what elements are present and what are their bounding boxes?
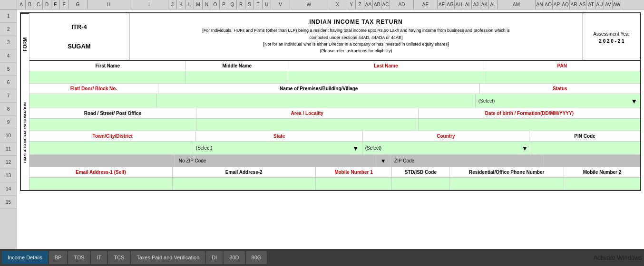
state-dropdown-arrow: ▼	[352, 144, 359, 152]
tab-taxes-paid[interactable]: Taxes Paid and Verification	[131, 251, 205, 264]
no-zip-dropdown-btn[interactable]: ▼	[376, 155, 390, 167]
country-select[interactable]: (Select) ▼	[362, 142, 532, 154]
form-title: INDIAN INCOME TAX RETURN	[134, 19, 578, 25]
col-header-J: J	[168, 0, 177, 9]
col-header-A: A	[17, 0, 26, 9]
tab-income-details[interactable]: Income Details	[2, 251, 48, 264]
middle-name-label: Middle Name	[186, 61, 288, 71]
last-name-label: Last Name	[288, 61, 484, 71]
premises-input[interactable]	[157, 94, 475, 108]
tab-tcs[interactable]: TCS	[108, 251, 130, 264]
tab-tds[interactable]: TDS	[68, 251, 90, 264]
col-header-AA: AA	[364, 0, 373, 9]
row-num-7: 7	[0, 89, 17, 103]
email1-input[interactable]	[29, 178, 173, 190]
col-header-AQ: AQ	[561, 0, 570, 9]
col-header-AG: AG	[446, 0, 455, 9]
col-header-AH: AH	[455, 0, 463, 9]
col-header-AB: AB	[373, 0, 381, 9]
zip-code-input[interactable]	[544, 155, 640, 167]
road-label: Road / Street/ Post Office	[29, 108, 196, 118]
row-num-12: 12	[0, 156, 17, 169]
row-num-9: 9	[0, 116, 17, 129]
first-name-input[interactable]	[29, 71, 186, 83]
row-num-10: 10	[0, 129, 17, 142]
col-header-T: T	[254, 0, 263, 9]
row-num-14: 14	[0, 182, 17, 196]
form-desc-4: (Please refer instructions for eligibili…	[134, 48, 578, 54]
pan-input[interactable]	[484, 71, 640, 83]
col-header-R: R	[237, 0, 245, 9]
area-label: Area / Locality	[196, 108, 419, 118]
status-dropdown-arrow: ▼	[631, 97, 637, 105]
row-num-8: 8	[0, 103, 17, 116]
tab-bar: Income DetailsBPTDSITTCSTaxes Paid and V…	[0, 249, 644, 266]
no-zip-arrow: ▼	[381, 158, 386, 164]
tab-bp[interactable]: BP	[49, 251, 68, 264]
col-header-D: D	[43, 0, 51, 9]
residential-label: Residential/Office Phone Number	[449, 167, 564, 177]
flat-door-input[interactable]	[29, 94, 157, 108]
country-dropdown-arrow: ▼	[522, 144, 528, 152]
tab-80g[interactable]: 80G	[246, 251, 267, 264]
tab-it[interactable]: IT	[91, 251, 107, 264]
col-header-AE: AE	[414, 0, 438, 9]
row-num-11: 11	[0, 142, 17, 156]
col-header-AU: AU	[595, 0, 604, 9]
col-header-N: N	[203, 0, 211, 9]
form-desc-2: computed under sections 44AD, 44ADA or 4…	[134, 34, 578, 41]
country-select-text: (Select)	[365, 145, 381, 151]
row-num-3: 3	[0, 36, 17, 49]
last-name-input[interactable]	[288, 71, 484, 83]
col-header-AV: AV	[604, 0, 613, 9]
col-header-L: L	[185, 0, 194, 9]
assessment-year-label: Assessment Year	[593, 30, 630, 38]
col-header-V: V	[271, 0, 290, 9]
col-header-AP: AP	[553, 0, 561, 9]
middle-name-input[interactable]	[186, 71, 288, 83]
col-header-AL: AL	[489, 0, 498, 9]
col-header-E: E	[51, 0, 60, 9]
form-vertical-label: FORM	[21, 13, 29, 75]
town-zip-empty	[29, 155, 175, 167]
mobile1-input[interactable]	[316, 178, 392, 190]
part-a-vertical-label: PART A GENERAL INFORMATION	[21, 75, 29, 190]
col-header-AK: AK	[480, 0, 489, 9]
row-num-15: 15	[0, 196, 17, 209]
col-header-AR: AR	[570, 0, 578, 9]
tab-80d[interactable]: 80D	[224, 251, 244, 264]
row-num-6: 6	[0, 76, 17, 89]
state-select[interactable]: (Select) ▼	[193, 142, 362, 154]
col-header-AO: AO	[544, 0, 553, 9]
mobile2-input[interactable]	[564, 178, 640, 190]
col-header-I: I	[130, 0, 168, 9]
residential-input[interactable]	[449, 178, 564, 190]
col-header-AW: AW	[613, 0, 621, 9]
col-header-W: W	[290, 0, 328, 9]
road-input[interactable]	[29, 119, 196, 131]
status-select[interactable]: (Select) ▼	[476, 94, 640, 108]
col-header-AN: AN	[536, 0, 544, 9]
col-header-AI: AI	[463, 0, 472, 9]
row-num-2: 2	[0, 23, 17, 36]
col-header-O: O	[211, 0, 220, 9]
row-num-13: 13	[0, 169, 17, 182]
col-header-AM: AM	[498, 0, 536, 9]
sugam-label: SUGAM	[68, 43, 90, 50]
mobile1-label: Mobile Number 1	[316, 167, 392, 177]
std-input[interactable]	[392, 178, 449, 190]
tab-di[interactable]: DI	[206, 251, 223, 264]
col-header-C: C	[34, 0, 43, 9]
zip-code-label-cell: ZIP Code	[390, 155, 544, 167]
col-header-AT: AT	[587, 0, 595, 9]
dob-input[interactable]	[419, 119, 640, 131]
windows-activate: Activate Windows	[593, 254, 642, 261]
town-input[interactable]	[29, 142, 193, 154]
pin-input[interactable]	[531, 142, 640, 154]
row-num-1: 1	[0, 10, 17, 23]
area-input[interactable]	[196, 119, 419, 131]
no-zip-label: No ZIP Code	[179, 158, 206, 163]
std-label: STD/ISD Code	[392, 167, 449, 177]
form-desc-1: [For Individuals, HUFs and Firms (other …	[134, 27, 578, 34]
email2-input[interactable]	[173, 178, 316, 190]
